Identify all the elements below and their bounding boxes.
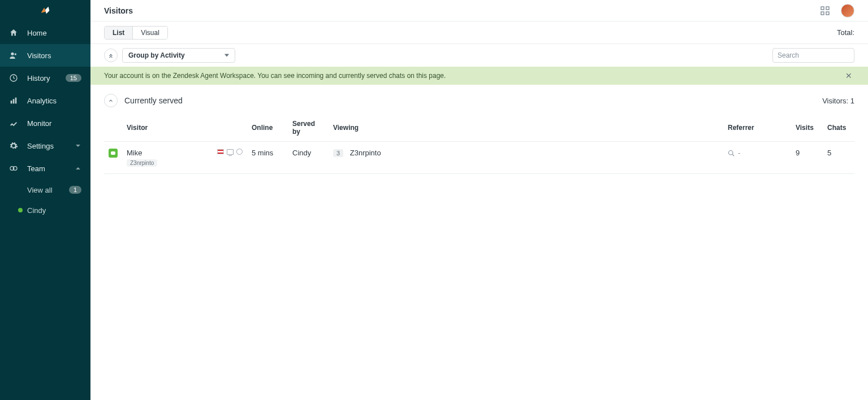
chevron-down-icon [75, 142, 81, 149]
controls-row: Group by Activity [90, 44, 868, 67]
info-banner: Your account is on the Zendesk Agent Wor… [90, 67, 868, 85]
toolbar: List Visual Total: [90, 21, 868, 44]
col-online: Online [247, 114, 288, 142]
svg-rect-5 [15, 98, 17, 104]
cell-viewing: 3 Z3nrpinto [329, 142, 723, 174]
monitor-icon [9, 119, 18, 128]
visitor-name: Mike [127, 149, 208, 157]
sidebar-item-monitor[interactable]: Monitor [0, 112, 90, 134]
team-view-all[interactable]: View all 1 [0, 180, 90, 200]
nav-label: Analytics [27, 97, 81, 105]
table-row[interactable]: Mike Z3nrpinto 5 mins Cindy [104, 142, 854, 174]
main: Visitors List Visual Total: Group by Act… [90, 0, 868, 400]
sidebar-item-history[interactable]: History 15 [0, 67, 90, 89]
cell-served-by: Cindy [288, 142, 329, 174]
nav-label: Home [27, 29, 81, 37]
chevron-up-icon [75, 165, 81, 172]
nav-label: Team [27, 164, 75, 173]
section-title: Currently served [124, 96, 815, 105]
gear-icon [9, 141, 18, 150]
groupby-label: Group by Activity [128, 51, 185, 59]
user-avatar[interactable] [841, 4, 854, 18]
history-icon [9, 73, 18, 82]
svg-point-12 [729, 150, 733, 155]
section-header: Currently served Visitors: 1 [90, 85, 868, 114]
team-member-cindy[interactable]: Cindy [0, 200, 90, 220]
sub-label: View all [27, 186, 69, 194]
view-all-badge: 1 [69, 186, 81, 194]
visitors-table: Visitor Online Served by Viewing Referre… [104, 114, 854, 174]
svg-point-0 [11, 53, 14, 55]
view-toggle: List Visual [104, 26, 168, 40]
col-served: Served by [288, 114, 329, 142]
team-icon [9, 164, 18, 173]
tab-visual[interactable]: Visual [133, 27, 167, 39]
col-visitor: Visitor [122, 114, 213, 142]
total-label: Total: [837, 28, 854, 37]
svg-rect-11 [826, 12, 829, 15]
tab-list[interactable]: List [105, 27, 133, 39]
nav-label: Visitors [27, 51, 81, 60]
viewing-page: Z3nrpinto [350, 149, 381, 157]
nav-label: History [27, 74, 66, 82]
desktop-icon [227, 149, 234, 155]
visitor-meta-icons [217, 149, 243, 155]
col-visits: Visits [791, 114, 823, 142]
flag-icon [217, 149, 224, 154]
cell-visits: 9 [791, 142, 823, 174]
search-input[interactable] [772, 48, 854, 63]
svg-rect-10 [821, 12, 824, 15]
svg-rect-9 [826, 7, 829, 10]
sidebar-item-settings[interactable]: Settings [0, 134, 90, 157]
close-icon[interactable]: ✕ [843, 71, 854, 80]
page-title: Visitors [104, 6, 821, 15]
svg-rect-8 [821, 7, 824, 10]
sidebar: Home Visitors History 15 Analytics Monit… [0, 0, 90, 400]
nav-label: Monitor [27, 119, 81, 128]
apps-grid-icon[interactable] [821, 6, 830, 15]
viewing-count-badge: 3 [333, 149, 343, 157]
col-chats: Chats [823, 114, 854, 142]
svg-rect-4 [13, 99, 15, 103]
app-logo[interactable] [0, 0, 90, 21]
col-referrer: Referrer [723, 114, 791, 142]
svg-point-1 [15, 53, 16, 55]
home-icon [9, 28, 18, 37]
history-badge: 15 [66, 74, 81, 82]
sidebar-item-analytics[interactable]: Analytics [0, 89, 90, 112]
chat-icon [109, 149, 118, 158]
nav-label: Settings [27, 142, 75, 150]
topbar: Visitors [90, 0, 868, 21]
browser-icon [236, 149, 243, 155]
svg-rect-3 [11, 101, 12, 103]
col-viewing: Viewing [329, 114, 723, 142]
visitors-icon [9, 51, 18, 60]
cell-online: 5 mins [247, 142, 288, 174]
section-collapse-button[interactable] [104, 94, 118, 107]
status-online-icon [18, 208, 23, 212]
sidebar-item-visitors[interactable]: Visitors [0, 44, 90, 67]
member-name: Cindy [27, 206, 81, 215]
section-count: Visitors: 1 [822, 97, 854, 105]
groupby-select[interactable]: Group by Activity [122, 48, 235, 63]
search-icon [728, 150, 735, 156]
cell-chats: 5 [823, 142, 854, 174]
banner-text: Your account is on the Zendesk Agent Wor… [104, 72, 843, 80]
cell-referrer: - [723, 142, 791, 174]
sidebar-item-home[interactable]: Home [0, 21, 90, 44]
analytics-icon [9, 96, 18, 105]
visitor-tag: Z3nrpinto [127, 159, 157, 167]
collapse-all-button[interactable] [104, 49, 118, 62]
sidebar-item-team[interactable]: Team [0, 157, 90, 180]
